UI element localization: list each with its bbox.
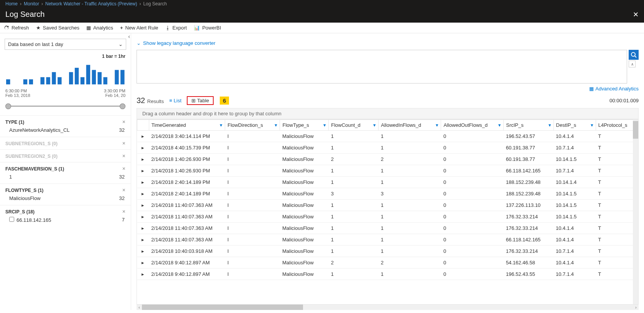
cell: 2/14/2018 9:40:12.897 AM [149,257,225,269]
expand-row-icon[interactable]: ▸ [137,211,149,223]
horizontal-scrollbar[interactable]: ‹ › [137,305,639,310]
table-row[interactable]: ▸2/14/2018 9:40:12.897 AMIMaliciousFlow2… [137,257,638,269]
filter-icon[interactable]: ▾ [275,122,277,128]
saved-searches-button[interactable]: ★ Saved Searches [36,25,79,31]
analytics-button[interactable]: ▦ Analytics [86,25,113,31]
new-alert-button[interactable]: + New Alert Rule [120,25,158,31]
filter-icon[interactable]: ▾ [373,122,376,128]
expand-row-icon[interactable]: ▸ [137,269,149,280]
svg-rect-6 [58,77,61,84]
histogram-chart[interactable] [0,59,131,88]
column-FlowDirection_s[interactable]: FlowDirection_s▾ [225,120,280,131]
expand-row-icon[interactable]: ▸ [137,246,149,257]
remove-facet-icon[interactable]: × [122,119,125,125]
table-row[interactable]: ▸2/14/2018 10:40:03.918 AMIMaliciousFlow… [137,246,638,257]
table-row[interactable]: ▸2/14/2018 2:40:14.189 PMIMaliciousFlow3… [137,188,638,200]
expand-row-icon[interactable]: ▸ [137,188,149,200]
cell: 137.226.113.10 [504,200,553,211]
vertical-scrollbar[interactable] [633,120,638,304]
crumb-monitor[interactable]: Monitor [24,1,39,7]
list-view-button[interactable]: ≡ List [169,98,181,103]
cell: 0 [441,211,504,223]
collapse-sidebar-icon[interactable]: ‹ [128,33,130,39]
remove-facet-icon[interactable]: × [122,140,125,146]
facet-item[interactable]: 132 [5,172,125,180]
filter-icon[interactable]: ▾ [498,122,501,128]
column-SrcIP_s[interactable]: SrcIP_s▾ [504,120,553,131]
column-AllowedInFlows_d[interactable]: AllowedInFlows_d▾ [379,120,441,131]
filter-icon[interactable]: ▾ [323,122,326,128]
cell: 196.52.43.57 [504,131,553,142]
filter-icon[interactable]: ▾ [548,122,551,128]
cell: T [596,269,638,280]
table-view-button[interactable]: ⊞ Table [187,96,214,105]
expand-row-icon[interactable]: ▸ [137,131,149,142]
column-TimeGenerated[interactable]: TimeGenerated▾ [149,120,225,131]
powerbi-button[interactable]: 📊 PowerBI [194,25,221,31]
facet-item[interactable]: AzureNetworkAnalytics_CL32 [5,125,125,134]
scroll-left-icon[interactable]: ‹ [137,305,142,310]
expand-row-icon[interactable]: ▸ [137,165,149,177]
query-input[interactable] [137,50,627,84]
remove-facet-icon[interactable]: × [122,208,125,215]
cell: 66.118.142.165 [504,234,553,246]
table-row[interactable]: ▸2/14/2018 2:40:14.189 PMIMaliciousFlow1… [137,177,638,188]
table-row[interactable]: ▸2/14/2018 11:40:07.363 AMIMaliciousFlow… [137,223,638,234]
refresh-button[interactable]: Refresh [4,25,29,31]
svg-rect-13 [103,77,107,84]
table-row[interactable]: ▸2/14/2018 4:40:15.739 PMIMaliciousFlow1… [137,142,638,154]
cell: I [225,269,280,280]
crumb-watcher[interactable]: Network Watcher - Traffic Analytics (Pre… [45,1,137,7]
results-table: TimeGenerated▾FlowDirection_s▾FlowType_s… [137,119,639,305]
legacy-converter-link[interactable]: ⌄ Show legacy language converter [131,33,219,50]
scroll-right-icon[interactable]: › [633,305,639,310]
close-icon[interactable]: ✕ [633,10,639,19]
expand-row-icon[interactable]: ▸ [137,177,149,188]
query-timing: 00:00:01.009 [609,98,639,103]
column-FlowType_s[interactable]: FlowType_s▾ [280,120,329,131]
table-row[interactable]: ▸2/14/2018 1:40:26.930 PMIMaliciousFlow1… [137,165,638,177]
facet-checkbox[interactable] [9,217,14,222]
slider-handle-start[interactable] [5,103,11,109]
filter-icon[interactable]: ▾ [591,122,593,128]
column-DestIP_s[interactable]: DestIP_s▾ [553,120,596,131]
time-range-dropdown[interactable]: Data based on last 1 day ⌄ [5,39,126,50]
expand-row-icon[interactable]: ▸ [137,154,149,165]
expand-row-icon[interactable]: ▸ [137,200,149,211]
remove-facet-icon[interactable]: × [122,166,125,172]
expand-row-icon[interactable]: ▸ [137,257,149,269]
column-L4Protocol_s[interactable]: L4Protocol_s▾ [596,120,638,131]
advanced-analytics-link[interactable]: ▦ Advanced Analytics [589,86,639,92]
column-FlowCount_d[interactable]: FlowCount_d▾ [329,120,379,131]
table-row[interactable]: ▸2/14/2018 11:40:07.363 AMIMaliciousFlow… [137,200,638,211]
filter-icon[interactable]: ▾ [436,122,438,128]
search-button[interactable] [629,50,639,60]
column-AllowedOutFlows_d[interactable]: AllowedOutFlows_d▾ [441,120,504,131]
slider-handle-end[interactable] [120,103,125,109]
facet-item[interactable]: MaliciousFlow32 [5,193,125,202]
filter-icon[interactable]: ▾ [220,122,222,128]
cell: 2/14/2018 11:40:07.363 AM [149,223,225,234]
table-row[interactable]: ▸2/14/2018 9:40:12.897 AMIMaliciousFlow1… [137,269,638,280]
table-row[interactable]: ▸2/14/2018 11:40:07.363 AMIMaliciousFlow… [137,234,638,246]
expand-row-icon[interactable]: ▸ [137,234,149,246]
facet-item[interactable]: 66.118.142.1657 [5,215,125,224]
cell: 1 [379,246,441,257]
expand-row-icon[interactable]: ▸ [137,142,149,154]
export-button[interactable]: ⭳ Export [165,25,187,31]
table-row[interactable]: ▸2/14/2018 3:40:14.114 PMIMaliciousFlow1… [137,131,638,142]
remove-facet-icon[interactable]: × [122,153,125,159]
cell: I [225,223,280,234]
breadcrumb: Home› Monitor› Network Watcher - Traffic… [0,0,644,8]
cell: 176.32.33.214 [504,246,553,257]
expand-row-icon[interactable]: ▸ [137,223,149,234]
remove-facet-icon[interactable]: × [122,187,125,193]
time-slider[interactable] [5,102,125,110]
crumb-home[interactable]: Home [5,1,18,7]
search-icon [631,52,637,58]
cell: 1 [379,269,441,280]
table-row[interactable]: ▸2/14/2018 11:40:07.363 AMIMaliciousFlow… [137,211,638,223]
scroll-up-icon[interactable]: ∧ [629,61,636,67]
table-row[interactable]: ▸2/14/2018 1:40:26.930 PMIMaliciousFlow2… [137,154,638,165]
group-by-dropzone[interactable]: Drag a column header and drop it here to… [137,108,639,119]
